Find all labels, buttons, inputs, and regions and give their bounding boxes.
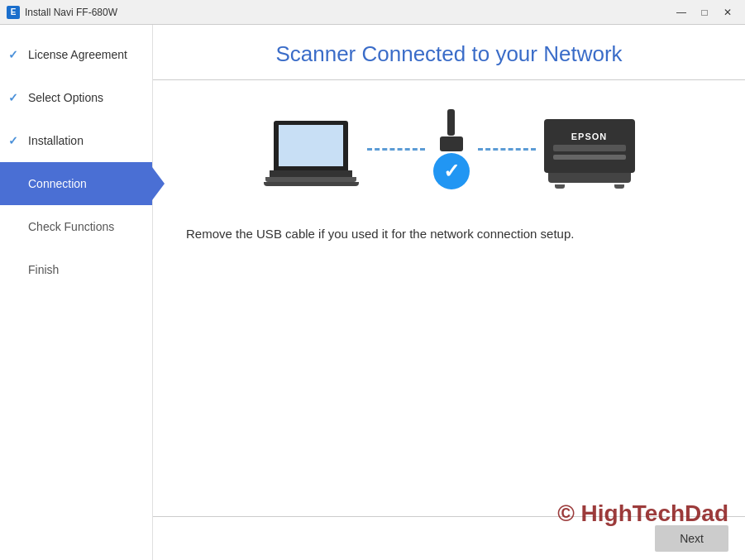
sidebar-label-connection: Connection [28,177,87,190]
content-header: Scanner Connected to your Network [153,25,745,80]
connection-message: Remove the USB cable if you used it for … [186,227,712,241]
connection-check-circle: ✓ [433,153,470,189]
content-area: Scanner Connected to your Network [153,25,745,560]
sidebar-label-license: License Agreement [28,48,127,61]
laptop-screen-inner [279,125,343,166]
check-icon-installation: ✓ [8,134,21,147]
laptop-screen [274,121,348,170]
sidebar-item-check-functions[interactable]: Check Functions [0,205,152,248]
scanner-foot-right [614,184,624,189]
close-button[interactable]: ✕ [717,4,738,21]
sidebar-item-connection[interactable]: Connection [0,162,152,205]
router-antenna [447,109,455,136]
title-bar: E Install Navi FF-680W — □ ✕ [0,0,745,25]
window-title: Install Navi FF-680W [25,7,117,18]
scanner-slot2 [553,155,626,160]
sidebar-item-installation[interactable]: ✓ Installation [0,119,152,162]
laptop-stand [264,182,359,186]
sidebar-label-finish: Finish [28,263,59,276]
check-icon-select-options: ✓ [8,91,21,104]
scanner-feet [555,184,624,189]
title-bar-left: E Install Navi FF-680W [7,6,117,19]
app-icon: E [7,6,20,19]
laptop-base [270,170,352,177]
dashed-line-left [367,148,425,151]
sidebar-label-installation: Installation [28,134,84,147]
sidebar-item-finish[interactable]: Finish [0,248,152,291]
scanner-brand: EPSON [571,132,608,141]
sidebar: ✓ License Agreement ✓ Select Options ✓ I… [0,25,153,560]
scanner-foot-left [555,184,565,189]
content-body: ✓ EPSON [153,80,745,516]
check-icon-license: ✓ [8,48,21,61]
laptop-icon [264,121,359,186]
main-container: ✓ License Agreement ✓ Select Options ✓ I… [0,25,745,560]
scanner-slot [553,145,626,151]
check-mark: ✓ [443,160,460,183]
router-check-group: ✓ [433,109,470,189]
sidebar-item-select-options[interactable]: ✓ Select Options [0,76,152,119]
page-title: Scanner Connected to your Network [186,41,712,67]
dashed-line-right [478,148,536,151]
scanner-base [548,173,631,183]
sidebar-label-select-options: Select Options [28,91,103,104]
window-controls: — □ ✕ [671,4,738,21]
minimize-button[interactable]: — [671,4,692,21]
maximize-button[interactable]: □ [694,4,715,21]
router-body [440,136,463,151]
network-diagram: ✓ EPSON [186,109,712,198]
scanner-body: EPSON [544,119,635,173]
next-button[interactable]: Next [655,525,728,552]
sidebar-label-check-functions: Check Functions [28,220,114,233]
scanner-icon: EPSON [544,119,635,189]
router-icon [440,109,463,151]
content-footer: Next [153,516,745,560]
sidebar-item-license[interactable]: ✓ License Agreement [0,33,152,76]
